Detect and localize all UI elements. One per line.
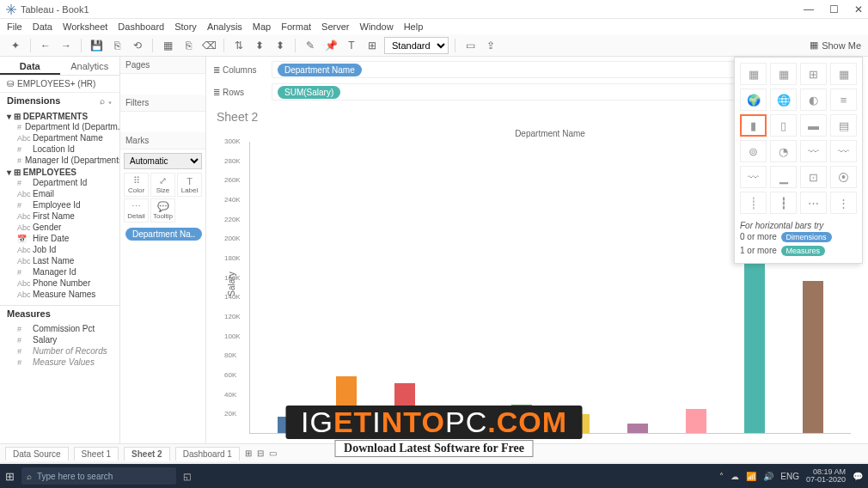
menu-help[interactable]: Help bbox=[404, 21, 424, 32]
dimension-field[interactable]: #Employee Id bbox=[7, 199, 119, 210]
showme-chart-type[interactable]: ▦ bbox=[740, 63, 767, 85]
showme-chart-type[interactable]: ⋯ bbox=[800, 192, 827, 214]
dimension-field[interactable]: #Department Id (Departm... bbox=[7, 121, 119, 132]
sheet1-tab[interactable]: Sheet 1 bbox=[74, 447, 119, 461]
showme-chart-type[interactable]: ⦿ bbox=[830, 166, 857, 188]
highlight-button[interactable]: ✎ bbox=[302, 37, 319, 54]
dimension-field[interactable]: 📅Hire Date bbox=[7, 233, 119, 244]
maximize-button[interactable]: ☐ bbox=[829, 3, 839, 15]
clear-button[interactable]: ⌫ bbox=[200, 37, 217, 54]
tab-analytics[interactable]: Analytics bbox=[60, 57, 120, 75]
taskbar-clock[interactable]: 08:19 AM07-01-2020 bbox=[806, 468, 846, 484]
sheet2-tab[interactable]: Sheet 2 bbox=[124, 447, 170, 461]
dimension-field[interactable]: AbcGender bbox=[7, 222, 119, 233]
new-worksheet-button[interactable]: ▦ bbox=[159, 37, 176, 54]
pages-shelf[interactable]: Pages bbox=[120, 57, 205, 74]
dim-group[interactable]: ▾ ⊞ DEPARTMENTS bbox=[7, 112, 119, 121]
tray-volume-icon[interactable]: 🔊 bbox=[763, 472, 773, 481]
showme-chart-type[interactable]: ⊚ bbox=[740, 140, 767, 162]
measure-field[interactable]: #Number of Records bbox=[7, 345, 119, 357]
new-data-button[interactable]: ⎘ bbox=[108, 37, 125, 54]
tray-lang[interactable]: ENG bbox=[780, 472, 799, 481]
menu-story[interactable]: Story bbox=[174, 21, 197, 32]
measure-field[interactable]: #Measure Values bbox=[7, 357, 119, 368]
showme-chart-type[interactable]: ⊡ bbox=[800, 166, 827, 188]
showme-chart-type[interactable]: ┇ bbox=[770, 192, 797, 214]
datasource-tab[interactable]: Data Source bbox=[5, 447, 69, 461]
showme-chart-type[interactable]: 🌍 bbox=[740, 88, 767, 111]
showme-chart-type[interactable]: 🌐 bbox=[770, 88, 797, 111]
showme-chart-type[interactable]: ▬ bbox=[800, 114, 827, 137]
showme-chart-type[interactable]: ▤ bbox=[830, 114, 857, 137]
menu-map[interactable]: Map bbox=[253, 21, 271, 32]
tableau-icon[interactable]: ✦ bbox=[7, 37, 24, 54]
forward-button[interactable]: → bbox=[58, 37, 75, 54]
dimension-field[interactable]: AbcDepartment Name bbox=[7, 132, 119, 143]
showme-chart-type[interactable]: ┊ bbox=[740, 192, 767, 214]
showme-chart-type[interactable]: ▮ bbox=[740, 114, 767, 137]
fit-select[interactable]: Standard bbox=[384, 37, 449, 54]
showme-chart-type[interactable]: ▦ bbox=[830, 63, 857, 85]
menu-server[interactable]: Server bbox=[321, 21, 349, 32]
search-icon[interactable]: ⌕ ▾ bbox=[100, 96, 113, 106]
showme-chart-type[interactable]: ⋮ bbox=[830, 192, 857, 214]
share-button[interactable]: ⇪ bbox=[482, 37, 499, 54]
menu-format[interactable]: Format bbox=[281, 21, 311, 32]
pin-button[interactable]: 📌 bbox=[322, 37, 339, 54]
marks-color-pill[interactable]: Department Na.. bbox=[125, 228, 202, 241]
showme-chart-type[interactable]: 〰 bbox=[830, 140, 857, 162]
dimension-field[interactable]: AbcJob Id bbox=[7, 244, 119, 255]
dim-group[interactable]: ▾ ⊞ EMPLOYEES bbox=[7, 168, 119, 177]
menu-analysis[interactable]: Analysis bbox=[207, 21, 242, 32]
swap-button[interactable]: ⇅ bbox=[230, 37, 248, 54]
showme-chart-type[interactable]: ▯ bbox=[770, 114, 797, 137]
refresh-button[interactable]: ⟲ bbox=[129, 37, 146, 54]
tab-data[interactable]: Data bbox=[0, 57, 60, 75]
mark-color[interactable]: ⠿Color bbox=[124, 173, 149, 197]
tray-notifications-icon[interactable]: 💬 bbox=[853, 472, 863, 481]
showme-chart-type[interactable]: ▁ bbox=[770, 166, 797, 188]
presentation-button[interactable]: ▭ bbox=[462, 37, 479, 54]
taskbar-search[interactable]: ⌕ Type here to search bbox=[21, 467, 176, 485]
back-button[interactable]: ← bbox=[37, 37, 54, 54]
save-button[interactable]: 💾 bbox=[88, 37, 105, 54]
filters-shelf[interactable]: Filters bbox=[120, 95, 205, 112]
showme-chart-type[interactable]: ▦ bbox=[770, 63, 797, 85]
marks-type-select[interactable]: Automatic bbox=[124, 153, 202, 169]
dimension-field[interactable]: #Location Id bbox=[7, 143, 119, 155]
duplicate-button[interactable]: ⎘ bbox=[180, 37, 197, 54]
dimension-field[interactable]: #Department Id bbox=[7, 177, 119, 188]
menu-dashboard[interactable]: Dashboard bbox=[118, 21, 164, 32]
tray-wifi-icon[interactable]: 📶 bbox=[746, 472, 756, 481]
measure-field[interactable]: #Salary bbox=[7, 334, 119, 345]
mark-tooltip[interactable]: 💬Tooltip bbox=[150, 198, 175, 223]
dimension-field[interactable]: #Manager Id (Departments) bbox=[7, 155, 119, 166]
tray-chevron-icon[interactable]: ˄ bbox=[719, 472, 724, 481]
format-button[interactable]: ⊞ bbox=[364, 37, 381, 54]
task-view-button[interactable]: ◱ bbox=[183, 472, 191, 481]
mark-size[interactable]: ⤢Size bbox=[150, 173, 175, 197]
showme-chart-type[interactable]: ≡ bbox=[830, 88, 857, 111]
dimension-field[interactable]: AbcFirst Name bbox=[7, 210, 119, 222]
minimize-button[interactable]: — bbox=[804, 3, 814, 15]
dimension-field[interactable]: AbcLast Name bbox=[7, 255, 119, 266]
dimension-field[interactable]: AbcEmail bbox=[7, 188, 119, 199]
close-button[interactable]: ✕ bbox=[854, 3, 863, 15]
sort-asc-button[interactable]: ⬍ bbox=[251, 37, 268, 54]
columns-pill[interactable]: Department Name bbox=[278, 64, 362, 76]
tray-cloud-icon[interactable]: ☁ bbox=[730, 472, 739, 481]
bar[interactable] bbox=[686, 409, 706, 433]
showme-chart-type[interactable]: 〰 bbox=[800, 140, 827, 162]
showme-button[interactable]: ▦ Show Me bbox=[810, 40, 861, 51]
showme-chart-type[interactable]: 〰 bbox=[740, 166, 767, 188]
datasource-row[interactable]: ⛁ EMPLOYEES+ (HR) bbox=[0, 76, 119, 93]
labels-button[interactable]: T bbox=[343, 37, 360, 54]
dimension-field[interactable]: AbcMeasure Names bbox=[7, 289, 119, 300]
bar[interactable] bbox=[803, 281, 823, 433]
rows-pill[interactable]: SUM(Salary) bbox=[278, 86, 340, 99]
measure-field[interactable]: #Commission Pct bbox=[7, 323, 119, 334]
menu-worksheet[interactable]: Worksheet bbox=[63, 21, 107, 32]
sort-desc-button[interactable]: ⬍ bbox=[272, 37, 289, 54]
dimension-field[interactable]: AbcPhone Number bbox=[7, 278, 119, 289]
menu-data[interactable]: Data bbox=[33, 21, 52, 32]
